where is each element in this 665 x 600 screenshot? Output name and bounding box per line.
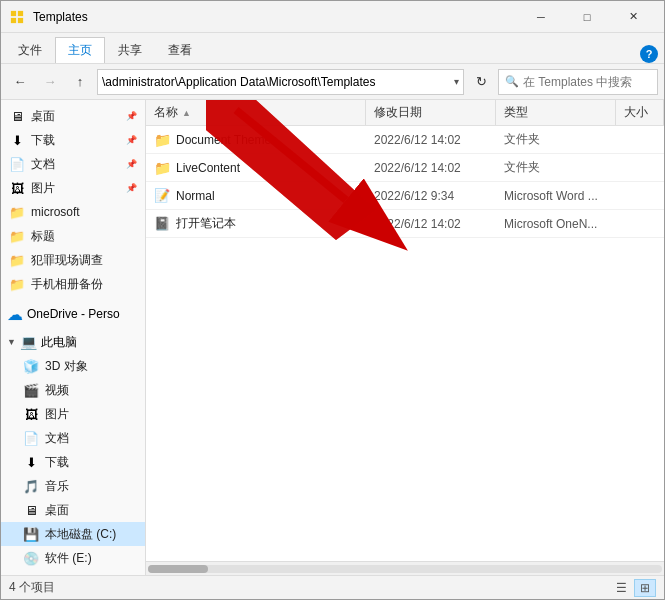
- sidebar-label-documents: 文档: [31, 156, 55, 173]
- tab-share[interactable]: 共享: [105, 37, 155, 63]
- ribbon: 文件 主页 共享 查看 ?: [1, 33, 664, 64]
- sidebar-item-desktop[interactable]: 🖥 桌面 📌: [1, 104, 145, 128]
- col-date-label: 修改日期: [374, 104, 422, 121]
- col-size-label: 大小: [624, 104, 648, 121]
- downloads-icon: ⬇: [9, 132, 25, 148]
- explorer-window: Templates ─ □ ✕ 文件 主页 共享 查看 ? ← → ↑ \adm…: [0, 0, 665, 600]
- sidebar-item-shouji[interactable]: 📁 手机相册备份: [1, 272, 145, 296]
- address-path: \administrator\Application Data\Microsof…: [102, 75, 450, 89]
- cell-size-0: [616, 126, 664, 153]
- title-bar-icons: [9, 9, 25, 25]
- cell-size-1: [616, 154, 664, 181]
- 3d-icon: 🧊: [23, 358, 39, 374]
- sidebar-item-3d[interactable]: 🧊 3D 对象: [1, 354, 145, 378]
- sidebar-item-dl2[interactable]: ⬇ 下载: [1, 450, 145, 474]
- file-name-0: Document Themes: [176, 133, 277, 147]
- sidebar-item-doc2[interactable]: 📄 文档: [1, 426, 145, 450]
- table-row[interactable]: 📁 Document Themes 2022/6/12 14:02 文件夹: [146, 126, 664, 154]
- sidebar-label-3d: 3D 对象: [45, 358, 88, 375]
- thispc-section[interactable]: ▼ 💻 此电脑: [1, 330, 145, 354]
- cell-name-2: 📝 Normal: [146, 182, 366, 209]
- col-header-type[interactable]: 类型: [496, 100, 616, 125]
- sidebar: 🖥 桌面 📌 ⬇ 下载 📌 📄 文档 📌 🖼 图片 📌 📁 mi: [1, 100, 146, 575]
- sidebar-item-fanzui[interactable]: 📁 犯罪现场调查: [1, 248, 145, 272]
- address-dropdown-icon[interactable]: ▾: [454, 76, 459, 87]
- sort-arrow-icon: ▲: [182, 108, 191, 118]
- sidebar-item-documents[interactable]: 📄 文档 📌: [1, 152, 145, 176]
- status-bar: 4 个项目 ☰ ⊞: [1, 575, 664, 599]
- search-box[interactable]: 🔍: [498, 69, 658, 95]
- localc-icon: 💾: [23, 526, 39, 542]
- tab-home[interactable]: 主页: [55, 37, 105, 63]
- cell-date-3: 2022/6/12 14:02: [366, 210, 496, 237]
- pictures-icon: 🖼: [9, 180, 25, 196]
- sidebar-item-pictures[interactable]: 🖼 图片 📌: [1, 176, 145, 200]
- col-header-size[interactable]: 大小: [616, 100, 664, 125]
- sidebar-label-desk2: 桌面: [45, 502, 69, 519]
- pic2-icon: 🖼: [23, 406, 39, 422]
- table-row[interactable]: 📁 LiveContent 2022/6/12 14:02 文件夹: [146, 154, 664, 182]
- cell-name-0: 📁 Document Themes: [146, 126, 366, 153]
- sidebar-item-desk2[interactable]: 🖥 桌面: [1, 498, 145, 522]
- cell-size-3: [616, 210, 664, 237]
- sidebar-label-video: 视频: [45, 382, 69, 399]
- fanzui-icon: 📁: [9, 252, 25, 268]
- minimize-button[interactable]: ─: [518, 1, 564, 33]
- file-list: 名称 ▲ 修改日期 类型 大小 📁: [146, 100, 664, 561]
- onedrive-icon: ☁: [7, 305, 23, 324]
- word-icon-2: 📝: [154, 188, 170, 204]
- sidebar-item-music[interactable]: 🎵 音乐: [1, 474, 145, 498]
- sidebar-label-biaoti: 标题: [31, 228, 55, 245]
- sidebar-label-microsoft: microsoft: [31, 205, 80, 219]
- tab-view[interactable]: 查看: [155, 37, 205, 63]
- close-button[interactable]: ✕: [610, 1, 656, 33]
- documents-icon: 📄: [9, 156, 25, 172]
- onedrive-section[interactable]: ☁ OneDrive - Perso: [1, 302, 145, 326]
- tab-file[interactable]: 文件: [5, 37, 55, 63]
- ribbon-tabs: 文件 主页 共享 查看 ?: [1, 33, 664, 63]
- help-button[interactable]: ?: [640, 45, 658, 63]
- detail-view-button[interactable]: ⊞: [634, 579, 656, 597]
- sidebar-item-microsoft[interactable]: 📁 microsoft: [1, 200, 145, 224]
- search-input[interactable]: [523, 75, 665, 89]
- horizontal-scrollbar[interactable]: [146, 561, 664, 575]
- folder-icon-1: 📁: [154, 160, 170, 176]
- sidebar-label-music: 音乐: [45, 478, 69, 495]
- sidebar-label-thispc: 此电脑: [41, 334, 77, 351]
- sidebar-label-downloads: 下载: [31, 132, 55, 149]
- scrollbar-thumb[interactable]: [148, 565, 208, 573]
- col-header-date[interactable]: 修改日期: [366, 100, 496, 125]
- sidebar-item-pic2[interactable]: 🖼 图片: [1, 402, 145, 426]
- svg-rect-3: [18, 17, 23, 22]
- sidebar-item-softd[interactable]: 💿 软件 (E:): [1, 546, 145, 570]
- sidebar-label-localc: 本地磁盘 (C:): [45, 526, 116, 543]
- back-button[interactable]: ←: [7, 69, 33, 95]
- title-bar: Templates ─ □ ✕: [1, 1, 664, 33]
- forward-button[interactable]: →: [37, 69, 63, 95]
- svg-rect-1: [18, 10, 23, 15]
- desktop-icon: 🖥: [9, 108, 25, 124]
- sidebar-item-biaoti[interactable]: 📁 标题: [1, 224, 145, 248]
- doc2-icon: 📄: [23, 430, 39, 446]
- table-row[interactable]: 📝 Normal 2022/6/12 9:34 Microsoft Word .…: [146, 182, 664, 210]
- sidebar-item-video[interactable]: 🎬 视频: [1, 378, 145, 402]
- col-header-name[interactable]: 名称 ▲: [146, 100, 366, 125]
- window-title: Templates: [33, 10, 518, 24]
- softd-icon: 💿: [23, 550, 39, 566]
- list-view-button[interactable]: ☰: [610, 579, 632, 597]
- sidebar-label-fanzui: 犯罪现场调查: [31, 252, 103, 269]
- address-input[interactable]: \administrator\Application Data\Microsof…: [97, 69, 464, 95]
- sidebar-item-localc[interactable]: 💾 本地磁盘 (C:): [1, 522, 145, 546]
- sidebar-label-doc2: 文档: [45, 430, 69, 447]
- maximize-button[interactable]: □: [564, 1, 610, 33]
- up-button[interactable]: ↑: [67, 69, 93, 95]
- refresh-button[interactable]: ↻: [468, 69, 494, 95]
- thispc-icon: 💻: [20, 334, 37, 350]
- pin-icon-4: 📌: [126, 183, 137, 193]
- table-row[interactable]: 📓 打开笔记本 2022/6/12 14:02 Microsoft OneN..…: [146, 210, 664, 238]
- col-name-label: 名称: [154, 104, 178, 121]
- sidebar-item-downloads[interactable]: ⬇ 下载 📌: [1, 128, 145, 152]
- video-icon: 🎬: [23, 382, 39, 398]
- col-type-label: 类型: [504, 104, 528, 121]
- music-icon: 🎵: [23, 478, 39, 494]
